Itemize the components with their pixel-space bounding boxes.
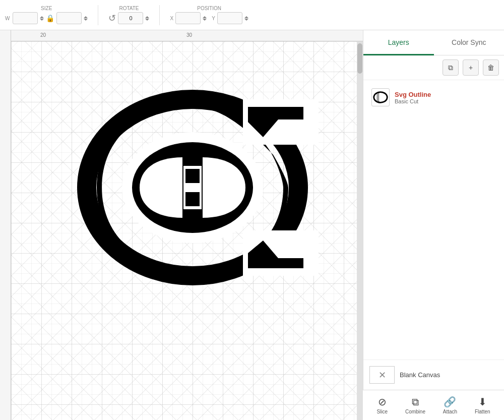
blank-canvas-x-icon: ✕	[379, 370, 386, 381]
lock-icon: 🔒	[46, 14, 54, 22]
h-top-square	[185, 169, 200, 183]
tab-layers[interactable]: Layers	[363, 31, 434, 55]
sep-2	[159, 5, 160, 25]
size-h-input[interactable]	[56, 12, 82, 24]
panel-toolbar: ⧉ + 🗑	[363, 55, 504, 80]
toolbar: Size W 🔒 Rotate ↺	[0, 0, 504, 30]
layers-list: Svg Outline Basic Cut	[363, 80, 504, 359]
size-h-arrows[interactable]	[84, 16, 88, 21]
flatten-label: Flatten	[475, 409, 490, 414]
attach-button[interactable]: 🔗 Attach	[443, 396, 457, 414]
position-x-input[interactable]	[175, 12, 201, 24]
svg-point-0	[374, 92, 387, 103]
ruler-h-inner: 20 30	[0, 30, 363, 41]
rotate-arrows[interactable]	[145, 16, 149, 21]
position-y-label: Y	[212, 16, 215, 21]
tab-layers-label: Layers	[388, 38, 409, 46]
canvas-area[interactable]: 20 30	[0, 30, 363, 420]
logo-svg	[67, 79, 319, 296]
size-w-arrows[interactable]	[40, 16, 44, 21]
toolbar-group-size: Size W 🔒	[5, 6, 88, 24]
ruler-horizontal: 20 30	[0, 30, 363, 41]
panel-tabs: Layers Color Sync	[363, 30, 504, 55]
tab-color-sync-label: Color Sync	[452, 38, 486, 46]
slice-icon: ⊘	[378, 396, 387, 408]
slice-button[interactable]: ⊘ Slice	[376, 396, 388, 414]
size-label: Size	[41, 6, 52, 11]
canvas-grid[interactable]	[11, 41, 363, 420]
duplicate-icon: ⧉	[448, 64, 453, 72]
position-y-arrows[interactable]	[244, 16, 248, 21]
duplicate-layer-button[interactable]: ⧉	[443, 59, 459, 76]
delete-layer-button[interactable]: 🗑	[483, 59, 499, 76]
canadiens-logo	[87, 99, 319, 276]
combine-button[interactable]: ⧉ Combine	[405, 396, 425, 414]
blank-canvas-thumbnail: ✕	[369, 366, 395, 384]
position-y-input[interactable]	[217, 12, 242, 24]
position-x-label: X	[170, 16, 173, 21]
layer-type: Basic Cut	[395, 98, 496, 104]
layer-info: Svg Outline Basic Cut	[395, 91, 496, 104]
position-label: Position	[197, 6, 221, 11]
main-area: 20 30	[0, 30, 504, 420]
slice-label: Slice	[376, 409, 388, 414]
tab-color-sync[interactable]: Color Sync	[434, 31, 505, 55]
blank-canvas-item[interactable]: ✕ Blank Canvas	[367, 364, 500, 386]
toolbar-group-rotate: Rotate ↺	[108, 6, 149, 24]
rotate-icon: ↺	[108, 13, 116, 24]
rotate-input[interactable]	[118, 12, 143, 24]
ruler-mark-30: 30	[186, 32, 192, 38]
combine-label: Combine	[405, 409, 425, 414]
add-layer-button[interactable]: +	[463, 59, 479, 76]
scrollbar-thumb[interactable]	[357, 43, 362, 74]
ruler-mark-20: 20	[40, 32, 46, 38]
flatten-button[interactable]: ⬇ Flatten	[475, 396, 490, 414]
blank-canvas-label: Blank Canvas	[400, 371, 440, 379]
scrollbar-vertical[interactable]	[357, 41, 363, 420]
size-w-input[interactable]	[13, 12, 38, 24]
layer-item-svg-outline[interactable]: Svg Outline Basic Cut	[367, 84, 500, 110]
layer-name: Svg Outline	[395, 91, 496, 98]
h-bottom-square	[185, 192, 200, 206]
sep-1	[98, 5, 98, 25]
panel-bottom-actions: ⊘ Slice ⧉ Combine 🔗 Attach ⬇ Flatten	[363, 390, 504, 420]
size-w-label: W	[5, 16, 10, 21]
layer-thumbnail	[371, 88, 390, 106]
attach-label: Attach	[443, 409, 457, 414]
position-x-arrows[interactable]	[203, 16, 207, 21]
rotate-label: Rotate	[119, 6, 139, 11]
svg-rect-1	[377, 93, 379, 102]
add-icon: +	[469, 64, 473, 72]
layer-thumb-svg	[372, 89, 389, 106]
logo-container	[51, 67, 334, 309]
delete-icon: 🗑	[487, 64, 494, 72]
attach-icon: 🔗	[444, 396, 456, 408]
ruler-vertical	[0, 30, 11, 420]
right-panel: Layers Color Sync ⧉ + 🗑	[363, 30, 504, 420]
toolbar-group-position: Position X Y	[170, 6, 248, 24]
blank-canvas-section: ✕ Blank Canvas	[363, 359, 504, 390]
combine-icon: ⧉	[412, 396, 419, 408]
flatten-icon: ⬇	[478, 396, 487, 408]
